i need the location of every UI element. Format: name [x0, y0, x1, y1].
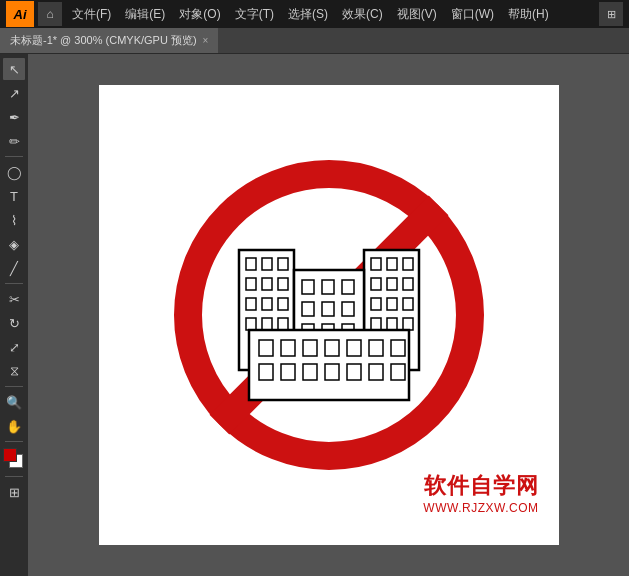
menu-view[interactable]: 视图(V) — [391, 4, 443, 25]
tab-label: 未标题-1* @ 300% (CMYK/GPU 预览) — [10, 33, 197, 48]
direct-select-tool[interactable]: ↗ — [3, 82, 25, 104]
home-button[interactable]: ⌂ — [38, 2, 62, 26]
separator5 — [5, 476, 23, 477]
no-buildings-sign — [174, 160, 484, 470]
scale-tool[interactable]: ⤢ — [3, 336, 25, 358]
separator — [5, 156, 23, 157]
canvas-area[interactable]: 软件自学网 WWW.RJZXW.COM — [28, 54, 629, 576]
zoom-tool[interactable]: 🔍 — [3, 391, 25, 413]
line-tool[interactable]: ╱ — [3, 257, 25, 279]
menu-effect[interactable]: 效果(C) — [336, 4, 389, 25]
hand-tool[interactable]: ✋ — [3, 415, 25, 437]
pencil-tool[interactable]: ✏ — [3, 130, 25, 152]
rotate-tool[interactable]: ↻ — [3, 312, 25, 334]
text-tool[interactable]: T — [3, 185, 25, 207]
scissors-tool[interactable]: ✂ — [3, 288, 25, 310]
foreground-color-swatch[interactable] — [3, 448, 17, 462]
watermark-main-text: 软件自学网 — [423, 471, 538, 501]
separator2 — [5, 283, 23, 284]
title-bar: Ai ⌂ 文件(F) 编辑(E) 对象(O) 文字(T) 选择(S) 效果(C)… — [0, 0, 629, 28]
document-tab[interactable]: 未标题-1* @ 300% (CMYK/GPU 预览) × — [0, 28, 219, 53]
watermark: 软件自学网 WWW.RJZXW.COM — [423, 471, 538, 515]
buildings — [229, 225, 429, 405]
blend-tool[interactable]: ⧖ — [3, 360, 25, 382]
pen-tool[interactable]: ✒ — [3, 106, 25, 128]
layout-button[interactable]: ⊞ — [599, 2, 623, 26]
shape-tool[interactable]: ◈ — [3, 233, 25, 255]
ai-logo: Ai — [6, 1, 34, 27]
main-area: ↖ ↗ ✒ ✏ ◯ T ⌇ ◈ ╱ ✂ ↻ ⤢ ⧖ 🔍 ✋ ⊞ — [0, 54, 629, 576]
ellipse-tool[interactable]: ◯ — [3, 161, 25, 183]
menu-edit[interactable]: 编辑(E) — [119, 4, 171, 25]
menu-file[interactable]: 文件(F) — [66, 4, 117, 25]
separator4 — [5, 441, 23, 442]
toolbar: ↖ ↗ ✒ ✏ ◯ T ⌇ ◈ ╱ ✂ ↻ ⤢ ⧖ 🔍 ✋ ⊞ — [0, 54, 28, 576]
path-tool[interactable]: ⌇ — [3, 209, 25, 231]
menu-help[interactable]: 帮助(H) — [502, 4, 555, 25]
menu-text[interactable]: 文字(T) — [229, 4, 280, 25]
tab-close-button[interactable]: × — [203, 35, 209, 46]
artboard-tool[interactable]: ⊞ — [3, 481, 25, 503]
color-swatches[interactable] — [3, 448, 25, 472]
menu-bar: 文件(F) 编辑(E) 对象(O) 文字(T) 选择(S) 效果(C) 视图(V… — [66, 4, 595, 25]
menu-select[interactable]: 选择(S) — [282, 4, 334, 25]
select-tool[interactable]: ↖ — [3, 58, 25, 80]
buildings-svg — [229, 225, 429, 405]
separator3 — [5, 386, 23, 387]
menu-window[interactable]: 窗口(W) — [445, 4, 500, 25]
tab-bar: 未标题-1* @ 300% (CMYK/GPU 预览) × — [0, 28, 629, 54]
menu-object[interactable]: 对象(O) — [173, 4, 226, 25]
watermark-sub-text: WWW.RJZXW.COM — [423, 501, 538, 515]
canvas: 软件自学网 WWW.RJZXW.COM — [99, 85, 559, 545]
